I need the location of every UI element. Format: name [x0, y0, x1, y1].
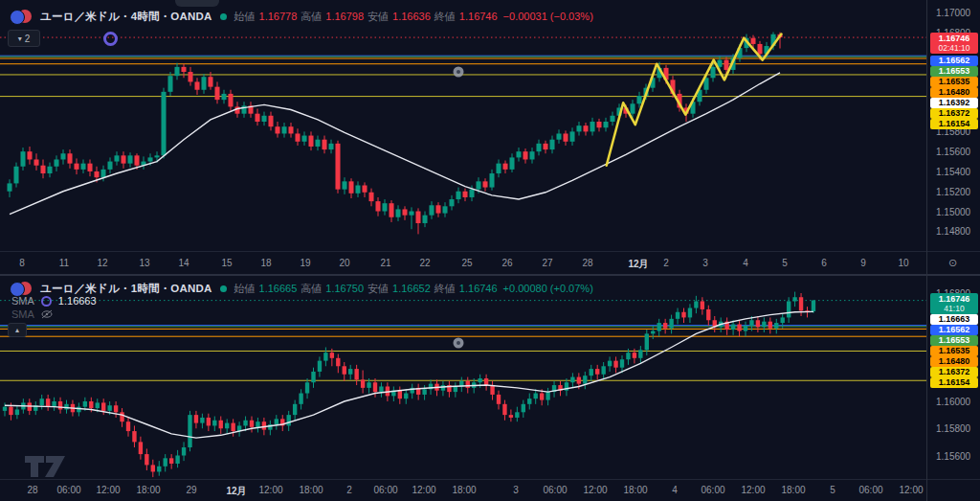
current-price-tag: 1.1674641:10: [930, 293, 978, 314]
level-price-tag: 1.16553: [930, 66, 978, 77]
ohlc-readout-4h: 始値1.16778 高値1.16798 安値1.16636 終値1.16746 …: [234, 10, 593, 24]
time-label: 13: [139, 258, 149, 268]
current-price-tag: 1.1674602:41:10: [930, 33, 978, 54]
time-label: 06:00: [543, 485, 567, 495]
time-label: 29: [186, 485, 196, 495]
time-label: 28: [27, 485, 37, 495]
sma-value: 1.16663: [58, 295, 97, 307]
level-price-tag: 1.16562: [930, 325, 978, 335]
drawing-marker-icon[interactable]: [454, 67, 464, 78]
sma-legend-row[interactable]: SMA 1.16663: [11, 295, 97, 307]
sma-line[interactable]: [10, 73, 780, 215]
sma-donut-icon: [41, 296, 52, 307]
price-tick-label: 1.15600: [936, 450, 970, 461]
price-tick-label: 1.15400: [936, 167, 970, 177]
level-price-tag: 1.16480: [930, 87, 978, 98]
level-price-tag: 1.16154: [930, 377, 978, 388]
price-tick-label: 1.15000: [936, 206, 970, 216]
time-label: 12月: [628, 258, 648, 271]
candles-group: [3, 292, 815, 478]
time-label: 28: [582, 258, 592, 268]
chart-header-4h: ユーロ／米ドル・4時間・OANDA 始値1.16778 高値1.16798 安値…: [10, 8, 593, 25]
time-label: 06:00: [858, 485, 882, 495]
chart-4h-canvas[interactable]: [0, 0, 926, 251]
time-label: 12:00: [96, 485, 120, 495]
time-label: 26: [501, 258, 512, 268]
level-price-tag: 1.16663: [930, 314, 978, 325]
time-label: 22: [419, 258, 430, 268]
time-label: 18: [260, 258, 271, 268]
time-label: 10: [898, 258, 908, 268]
time-label: 4: [672, 485, 678, 495]
price-tick-label: 1.15200: [936, 186, 970, 196]
price-tick-label: 1.17000: [936, 7, 970, 17]
price-tick-label: 1.14800: [936, 226, 970, 237]
symbol-title-4h[interactable]: ユーロ／米ドル・4時間・OANDA: [40, 10, 212, 24]
time-label: 11: [59, 258, 69, 268]
time-label: 5: [830, 485, 835, 495]
time-label: 2: [346, 485, 352, 495]
collapse-pane-button[interactable]: ▴: [8, 323, 27, 337]
price-scale[interactable]: ⊙ 1.170001.168001.158001.156001.154001.1…: [926, 0, 980, 501]
symbol-title-1h[interactable]: ユーロ／米ドル・1時間・OANDA: [40, 282, 212, 296]
chart-1h-canvas[interactable]: [0, 275, 926, 479]
level-price-tag: 1.16553: [930, 335, 978, 346]
level-price-tag: 1.16154: [930, 119, 978, 129]
time-label: 3: [513, 485, 519, 495]
price-tick-label: 1.15800: [936, 423, 970, 434]
time-label: 14: [178, 258, 189, 268]
market-open-dot: [220, 285, 227, 292]
time-label: 15: [221, 258, 232, 268]
time-label: 20: [339, 258, 349, 268]
level-price-tag: 1.16562: [930, 56, 978, 66]
collapse-indicators-button[interactable]: ▾ 2: [8, 30, 40, 47]
panel-splitter[interactable]: [0, 274, 980, 276]
time-label: 2: [663, 258, 669, 268]
sma-line[interactable]: [5, 311, 813, 438]
level-price-tag: 1.16535: [930, 346, 978, 356]
price-tick-label: 1.16000: [936, 397, 970, 407]
time-label: 3: [702, 258, 708, 268]
time-label: 18:00: [299, 485, 323, 495]
symbol-pair-icon: [10, 281, 34, 296]
level-price-tag: 1.16480: [930, 356, 978, 367]
time-label: 4: [743, 258, 748, 268]
time-label: 06:00: [56, 485, 80, 495]
axis-separator-4h: [0, 251, 980, 252]
market-open-dot: [220, 13, 227, 20]
indicator-donut-icon[interactable]: [103, 32, 118, 46]
symbol-pair-icon: [10, 9, 34, 24]
price-tick-label: 1.15600: [936, 147, 970, 157]
sma-hidden-legend-row[interactable]: SMA: [11, 308, 53, 320]
tradingview-chart-window: ユーロ／米ドル・4時間・OANDA 始値1.16778 高値1.16798 安値…: [0, 0, 980, 501]
time-label: 06:00: [373, 485, 397, 495]
level-price-tag: 1.16372: [930, 108, 978, 119]
time-axis-1h[interactable]: 2806:0012:0018:002912月12:0018:00206:0012…: [0, 479, 926, 501]
time-label: 18:00: [452, 485, 476, 495]
chevron-down-icon: ▾: [18, 34, 22, 43]
time-label: 21: [380, 258, 390, 268]
time-label: 06:00: [701, 485, 724, 495]
axis-settings-icon[interactable]: ⊙: [948, 257, 957, 269]
time-axis-4h[interactable]: 8111213141518192021222526272812月23456910: [0, 252, 926, 274]
time-label: 12:00: [258, 485, 282, 495]
time-label: 9: [860, 258, 866, 268]
time-label: 12:00: [741, 485, 765, 495]
time-label: 18:00: [136, 485, 160, 495]
time-label: 5: [782, 258, 788, 268]
time-label: 12:00: [899, 485, 923, 495]
eye-slash-icon[interactable]: [41, 309, 53, 319]
change-readout-4h: −0.00031 (−0.03%): [503, 11, 593, 22]
axis-separator-1h: [0, 479, 980, 480]
time-label: 12:00: [412, 485, 435, 495]
time-label: 12:00: [583, 485, 607, 495]
time-label: 18:00: [623, 485, 647, 495]
time-label: 19: [300, 258, 310, 268]
level-price-tag: 1.16392: [930, 98, 978, 108]
level-price-tag: 1.16535: [930, 77, 978, 87]
ohlc-readout-1h: 始値1.16665 高値1.16750 安値1.16652 終値1.16746 …: [234, 282, 593, 296]
time-label: 12: [97, 258, 107, 268]
time-label: 25: [461, 258, 472, 268]
drawing-marker-icon[interactable]: [454, 338, 464, 349]
change-readout-1h: +0.00080 (+0.07%): [503, 283, 593, 294]
